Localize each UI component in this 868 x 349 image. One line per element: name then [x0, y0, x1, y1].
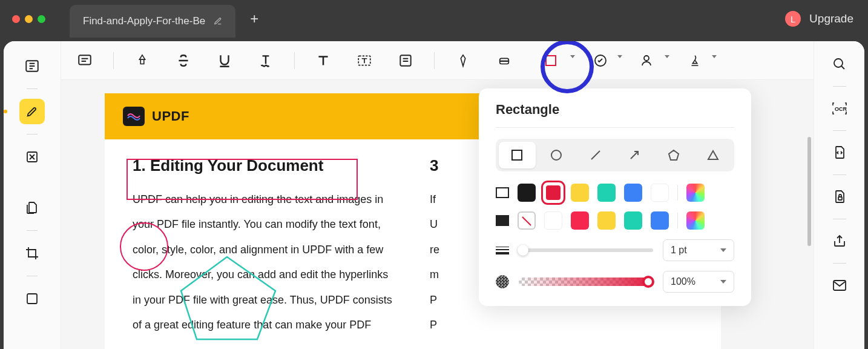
upgrade-button[interactable]: Upgrade: [809, 12, 853, 25]
popup-title: Rectangle: [496, 102, 734, 128]
toolbar-separator: [113, 52, 114, 69]
svg-line-12: [591, 151, 600, 159]
sidebar-edit-icon[interactable]: [19, 144, 45, 170]
shape-rectangle-option[interactable]: [499, 142, 536, 168]
sidebar-separator: [833, 263, 846, 264]
opacity-row: 100%: [496, 271, 734, 293]
text-tool-icon[interactable]: [311, 48, 336, 73]
document-tab[interactable]: Find-and-Apply-For-the-Be: [70, 5, 235, 38]
tab-title: Find-and-Apply-For-the-Be: [83, 15, 205, 27]
avatar-letter: L: [791, 14, 795, 24]
left-sidebar: [4, 41, 61, 349]
fill-color-icon: [496, 215, 509, 226]
sign-tool-button[interactable]: [679, 48, 711, 73]
underline-tool-icon[interactable]: [212, 48, 237, 73]
color-swatch[interactable]: [624, 211, 642, 230]
text-fragment: P: [430, 313, 693, 337]
opacity-value: 100%: [671, 276, 695, 287]
brand-text: UPDF: [152, 108, 189, 124]
section-heading: 1. Editing Your Document: [133, 156, 396, 175]
sidebar-pages-icon[interactable]: [19, 195, 45, 221]
shape-polygon-option[interactable]: [656, 142, 692, 168]
ocr-icon[interactable]: OCR: [829, 98, 850, 119]
color-swatch[interactable]: [518, 184, 536, 202]
note-tool-icon[interactable]: [393, 48, 418, 73]
shape-triangle-option[interactable]: [694, 142, 731, 168]
maximize-window-button[interactable]: [38, 15, 45, 23]
toolbar-separator: [434, 52, 435, 69]
highlight-tool-icon[interactable]: [130, 48, 155, 73]
custom-color-button[interactable]: [686, 211, 705, 230]
share-icon[interactable]: [829, 230, 850, 252]
eraser-tool-icon[interactable]: [492, 48, 517, 73]
chevron-down-icon: [570, 55, 575, 58]
sidebar-separator: [833, 86, 846, 87]
thickness-slider[interactable]: [519, 248, 653, 252]
chevron-down-icon: [720, 248, 726, 252]
svg-line-13: [631, 152, 637, 159]
pencil-tool-icon[interactable]: [450, 48, 476, 73]
email-icon[interactable]: [829, 274, 850, 296]
color-swatch[interactable]: [597, 184, 616, 202]
textbox-tool-icon[interactable]: [352, 48, 377, 73]
color-swatch[interactable]: [624, 184, 642, 202]
color-swatch[interactable]: [651, 184, 669, 202]
svg-rect-10: [512, 150, 522, 160]
custom-color-button[interactable]: [686, 184, 705, 202]
no-fill-swatch[interactable]: [518, 211, 536, 230]
thickness-select[interactable]: 1 pt: [663, 239, 734, 261]
opacity-slider[interactable]: [519, 278, 653, 286]
upgrade-label: Upgrade: [809, 12, 853, 25]
sidebar-separator: [27, 276, 38, 276]
sidebar-separator: [27, 230, 38, 231]
stamp-tool-button[interactable]: [585, 48, 616, 73]
minimize-window-button[interactable]: [25, 15, 33, 23]
sidebar-reader-icon[interactable]: [19, 53, 45, 79]
slider-thumb[interactable]: [642, 276, 654, 288]
shape-line-option[interactable]: [577, 142, 614, 168]
shape-properties-popup: Rectangle: [479, 88, 751, 306]
new-tab-button[interactable]: +: [250, 10, 258, 27]
opacity-select[interactable]: 100%: [663, 271, 734, 293]
toolbar-separator: [294, 52, 295, 69]
sidebar-more-icon[interactable]: [19, 286, 45, 311]
comment-tool-icon[interactable]: [72, 48, 97, 73]
border-color-row: [496, 184, 734, 202]
document-viewport[interactable]: UPDF 1. Editing Your Document UPDF can h…: [61, 80, 814, 349]
slider-thumb[interactable]: [518, 245, 528, 256]
fill-color-row: [496, 211, 734, 230]
signature-tool-button[interactable]: [632, 48, 663, 73]
right-sidebar: OCR: [814, 41, 864, 349]
color-swatch[interactable]: [651, 211, 669, 230]
color-swatch[interactable]: [544, 211, 562, 230]
color-swatch[interactable]: [571, 184, 589, 202]
close-window-button[interactable]: [12, 15, 20, 23]
color-swatch[interactable]: [571, 211, 589, 230]
shape-arrow-option[interactable]: [616, 142, 653, 168]
scrollbar-thumb[interactable]: [807, 137, 811, 246]
sidebar-annotate-icon[interactable]: [19, 99, 45, 124]
border-color-icon: [496, 187, 509, 198]
shape-tool-button[interactable]: [533, 48, 569, 73]
sidebar-separator: [833, 219, 846, 219]
color-swatch-selected[interactable]: [544, 184, 562, 202]
svg-marker-15: [708, 151, 718, 159]
strikethrough-tool-icon[interactable]: [171, 48, 196, 73]
sidebar-crop-icon[interactable]: [19, 241, 45, 266]
thickness-row: 1 pt: [496, 239, 734, 261]
svg-point-11: [551, 150, 561, 160]
squiggly-tool-icon[interactable]: [253, 48, 278, 73]
thickness-value: 1 pt: [671, 245, 687, 256]
titlebar: Find-and-Apply-For-the-Be + L Upgrade: [0, 0, 868, 38]
search-icon[interactable]: [829, 53, 850, 75]
body-paragraph: UPDF can help you in editing the text an…: [133, 187, 396, 337]
shape-oval-option[interactable]: [538, 142, 575, 168]
edit-tab-icon[interactable]: [214, 17, 222, 25]
protect-icon[interactable]: [829, 186, 850, 208]
chevron-down-icon: [720, 280, 726, 284]
swatch-separator: [677, 185, 678, 201]
convert-icon[interactable]: [829, 142, 850, 164]
user-avatar[interactable]: L: [785, 11, 801, 27]
color-swatch[interactable]: [597, 211, 616, 230]
shape-selector: [496, 139, 734, 171]
